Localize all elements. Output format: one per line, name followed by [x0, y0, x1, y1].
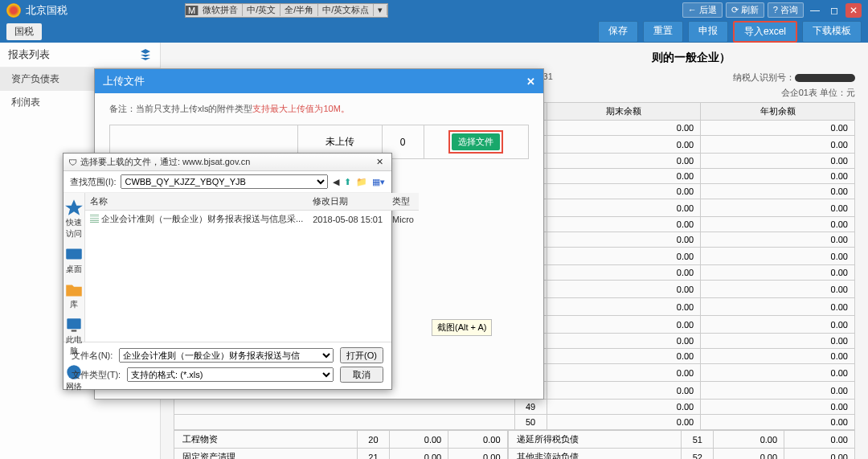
svg-rect-1 [67, 318, 80, 329]
ime-punct[interactable]: 中/英文标点 [318, 4, 374, 16]
col-begin: 年初余额 [701, 103, 855, 121]
nav-desktop[interactable]: 桌面 [63, 244, 84, 275]
taxpayer-id-value [795, 74, 855, 82]
refresh-button[interactable]: ⟳ 刷新 [726, 2, 764, 18]
file-col-date[interactable]: 修改日期 [308, 193, 387, 211]
nav-up-icon[interactable]: ⬆ [344, 177, 351, 187]
ime-dropdown-icon[interactable]: ▾ [374, 5, 387, 15]
modal-header: 上传文件 ✕ [95, 69, 543, 93]
filename-label: 文件名(N): [72, 350, 113, 362]
xls-icon: ▤ [90, 214, 99, 223]
download-template-button[interactable]: 下载模板 [802, 21, 862, 43]
file-nav: 快速访问 桌面 库 此电脑 网络 [63, 193, 85, 342]
filename-input[interactable]: 企业会计准则（一般企业）财务报表报送与信 [119, 348, 334, 363]
lookin-select[interactable]: CWBB_QY_KJZZ_YBQY_YJB [121, 174, 328, 189]
table-row[interactable]: 递延所得税负债510.000.00 [508, 431, 854, 449]
file-dialog-title: 选择要上载的文件，通过: www.bjsat.gov.cn [80, 156, 250, 168]
select-file-button[interactable]: 选择文件 [452, 133, 500, 150]
open-button[interactable]: 打开(O) [340, 347, 383, 363]
svg-rect-0 [66, 248, 82, 259]
ime-toolbar[interactable]: M 微软拼音 中/英文 全/半角 中/英文标点 ▾ [185, 3, 388, 18]
cancel-button[interactable]: 取消 [340, 367, 383, 383]
back-button[interactable]: ← 后退 [682, 2, 723, 18]
nav-back-icon[interactable]: ◀ [333, 177, 339, 187]
tab-guoshui[interactable]: 国税 [6, 23, 42, 40]
file-dialog-header[interactable]: 🛡 选择要上载的文件，通过: www.bjsat.gov.cn ✕ [63, 154, 391, 171]
tab-row: 国税 保存 重置 申报 导入excel 下载模板 [0, 20, 868, 43]
modal-close-button[interactable]: ✕ [526, 76, 535, 88]
bottom-left-table: 工程物资200.000.00固定资产清理210.000.00 [174, 430, 508, 459]
nav-quick-access[interactable]: 快速访问 [63, 198, 84, 240]
new-folder-icon[interactable]: 📁 [356, 177, 367, 187]
form-title: 则的一般企业） [527, 51, 855, 65]
app-title: 北京国税 [26, 3, 68, 18]
svg-rect-2 [72, 330, 77, 331]
bottom-right-table: 递延所得税负债510.000.00其他非流动负债520.000.00 [508, 430, 855, 459]
minimize-button[interactable]: — [807, 3, 823, 18]
table-row[interactable]: 500.000.00 [174, 415, 855, 430]
filetype-label: 文件类型(T): [72, 369, 121, 381]
table-row[interactable]: 490.000.00 [174, 400, 855, 415]
modal-title: 上传文件 [103, 74, 145, 88]
upload-note: 备注：当前只支持上传xls的附件类型支持最大上传值为10M。 [109, 103, 529, 115]
reset-button[interactable]: 重置 [643, 21, 683, 43]
view-menu-icon[interactable]: ▦▾ [372, 177, 385, 187]
col-end: 期末余额 [547, 103, 701, 121]
taxpayer-id-label: 纳税人识别号： [733, 72, 855, 84]
ime-mode-icon[interactable]: M [186, 6, 199, 15]
close-window-button[interactable]: ✕ [845, 3, 862, 18]
table-row[interactable]: 其他非流动负债520.000.00 [508, 449, 854, 460]
filetype-select[interactable]: 支持的格式: (*.xls) [127, 367, 334, 382]
file-dialog-close-button[interactable]: ✕ [373, 157, 387, 167]
ime-pinyin[interactable]: 微软拼音 [199, 4, 243, 16]
sidebar-title: 报表列表 [8, 47, 50, 62]
help-button[interactable]: ? 咨询 [768, 2, 804, 18]
save-button[interactable]: 保存 [598, 21, 638, 43]
table-row[interactable]: 工程物资200.000.00 [174, 431, 508, 449]
file-col-type[interactable]: 类型 [387, 193, 419, 211]
file-row[interactable]: ▤ 企业会计准则（一般企业）财务报表报送与信息采... 2018-05-08 1… [85, 211, 419, 228]
lookin-label: 查找范围(I): [70, 176, 116, 188]
file-col-name[interactable]: 名称 [85, 193, 308, 211]
nav-libraries[interactable]: 库 [63, 280, 84, 310]
screenshot-tooltip: 截图(Alt + A) [432, 319, 492, 336]
sidebar-header: 报表列表 [0, 43, 160, 68]
table-row[interactable]: 固定资产清理210.000.00 [174, 449, 508, 460]
import-excel-button[interactable]: 导入excel [733, 21, 797, 43]
ime-lang[interactable]: 中/英文 [243, 4, 280, 16]
file-dialog: 🛡 选择要上载的文件，通过: www.bjsat.gov.cn ✕ 查找范围(I… [63, 153, 392, 390]
maximize-button[interactable]: ◻ [826, 3, 842, 18]
file-list[interactable]: 名称 修改日期 类型 ▤ 企业会计准则（一般企业）财务报表报送与信息采... 2… [85, 193, 419, 342]
app-logo-icon [6, 3, 21, 18]
shield-icon: 🛡 [68, 158, 77, 167]
titlebar: 北京国税 M 微软拼音 中/英文 全/半角 中/英文标点 ▾ ← 后退 ⟳ 刷新… [0, 0, 868, 20]
stack-icon [139, 48, 152, 61]
ime-width[interactable]: 全/半角 [280, 4, 318, 16]
declare-button[interactable]: 申报 [688, 21, 728, 43]
